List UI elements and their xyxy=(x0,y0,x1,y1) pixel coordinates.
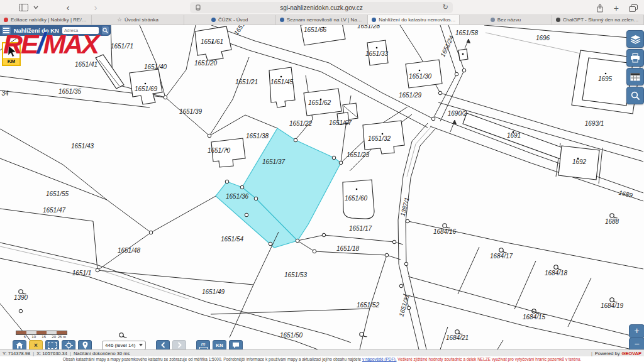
tab-bar: Editace nabídky | Nabídky | RE/MAX Česká… xyxy=(0,15,644,25)
layers-button[interactable] xyxy=(626,30,644,48)
parcel-label: 1651/45 xyxy=(270,79,294,85)
globe-favicon xyxy=(491,18,495,22)
browser-toolbar: ‹ › sgi-nahlizenidokn.cuzk.gov.cz ↻ + xyxy=(0,0,644,15)
forward-button[interactable]: › xyxy=(89,3,103,13)
home-button[interactable] xyxy=(13,340,26,350)
tab-bez-nazvu[interactable]: Bez názvu xyxy=(460,15,552,25)
parcel-label: 1684/16 xyxy=(433,228,457,235)
parcel-label: 1684/15 xyxy=(523,314,546,321)
share-icon[interactable] xyxy=(596,2,604,14)
tab-chatgpt[interactable]: ChatGPT - Slunný den na zelené zahradě xyxy=(552,15,644,25)
chevron-right-icon xyxy=(177,342,182,348)
parcel-label: 1651/40 xyxy=(144,63,167,70)
landuse-symbol xyxy=(19,290,26,294)
tab-remax-editace[interactable]: Editace nabídky | Nabídky | RE/MAX Česká… xyxy=(0,15,92,25)
landuse-symbol xyxy=(360,332,367,337)
tab-overview-icon[interactable] xyxy=(629,2,638,14)
zoom-in-button[interactable]: + xyxy=(629,324,644,338)
parcel-label: 1651/43 xyxy=(71,143,94,150)
parcel-label: 1651/36 xyxy=(226,193,249,200)
powered-by: Powered by xyxy=(595,351,620,356)
parcel-label: 1651/41 xyxy=(75,61,97,68)
bottom-toolbar: × 446 (level 14) m xyxy=(13,339,243,349)
history-forward-button[interactable] xyxy=(172,340,186,350)
load-status: Načítání dokončeno 30 ms xyxy=(74,351,130,356)
measure-icon xyxy=(199,347,208,349)
parcel-label: 1651/69 xyxy=(135,85,158,92)
geovap-brand[interactable]: GEOVAP xyxy=(621,351,641,356)
scale-bar xyxy=(16,331,67,335)
tab-cuzk-uvod[interactable]: ČÚZK - Úvod xyxy=(184,15,276,25)
browser-window: ‹ › sgi-nahlizenidokn.cuzk.gov.cz ↻ + Ed… xyxy=(0,0,644,362)
parcel-label: 1651/49 xyxy=(202,288,225,295)
clear-selection-button[interactable]: × xyxy=(29,340,43,350)
remax-pin-icon xyxy=(4,18,8,22)
parcel-label: 1690/2 xyxy=(448,110,467,117)
new-tab-button[interactable]: + xyxy=(614,2,619,14)
tab-uvodni-stranka[interactable]: ☆Úvodní stránka xyxy=(92,15,184,25)
table-icon xyxy=(630,73,640,81)
parcel-label: 1651/20 xyxy=(194,60,218,67)
disclaimer-warning: Veškeré zjištěné hodnoty souřadnic a dél… xyxy=(397,357,581,361)
parcel-label: 1651/23 xyxy=(347,151,370,158)
parcel-label: 1651/22 xyxy=(289,120,313,127)
landuse-symbol xyxy=(554,265,562,270)
parcel-label: 1651/67 xyxy=(329,119,352,126)
rect-select-icon xyxy=(48,342,57,349)
chevron-down-icon[interactable] xyxy=(33,1,38,14)
pin-button[interactable] xyxy=(78,340,92,350)
parcel-label: 1684/17 xyxy=(490,253,513,260)
parcel-label: 1651/50 xyxy=(280,332,303,339)
history-back-button[interactable] xyxy=(156,340,170,350)
locate-button[interactable] xyxy=(62,340,75,350)
magnifier-icon xyxy=(631,91,640,101)
print-icon xyxy=(630,53,640,63)
parcel-label: 1651/54 xyxy=(221,236,244,243)
feedback-button[interactable] xyxy=(229,340,243,350)
parcel-label: 1651/31 xyxy=(397,293,411,317)
rect-select-button[interactable] xyxy=(45,340,59,350)
landuse-symbol xyxy=(610,298,618,302)
map-area: 341651/411651/711651/401651/691651/35165… xyxy=(0,25,644,349)
parcel-label: 1651/60 xyxy=(345,195,368,202)
cuzk-favicon xyxy=(372,18,376,22)
measure-button[interactable]: m xyxy=(196,340,210,350)
table-button[interactable] xyxy=(626,68,644,85)
parcel-label: 1651/53 xyxy=(284,272,308,278)
crosshair-icon xyxy=(65,341,73,349)
map-canvas[interactable]: 341651/411651/711651/401651/691651/35165… xyxy=(0,25,644,349)
help-pdf-link[interactable]: v nápovědě (PDF). xyxy=(362,357,397,361)
star-icon: ☆ xyxy=(117,18,122,22)
parcel-label: 1651/30 xyxy=(409,73,432,80)
page-settings-icon[interactable] xyxy=(195,4,201,12)
zoom-out-button[interactable]: − xyxy=(629,337,644,349)
zoom-level-select[interactable]: 446 (level 14) xyxy=(102,341,146,350)
cuzk-favicon xyxy=(280,18,284,22)
home-icon xyxy=(16,342,23,349)
scale-ticks: 510152025 m xyxy=(16,335,76,339)
reload-icon[interactable]: ↻ xyxy=(443,3,448,11)
search-icon[interactable] xyxy=(102,26,109,35)
parcel-label: 1696 xyxy=(536,35,550,41)
parcel-label: 1651/1 xyxy=(72,270,92,277)
parcel-label: 1651/4 xyxy=(233,25,250,36)
sidebar-icon[interactable] xyxy=(19,1,28,14)
back-button[interactable]: ‹ xyxy=(61,3,75,13)
parcel-label: 1651/70 xyxy=(208,147,231,154)
parcel-label: 34 xyxy=(1,90,9,97)
coord-y: Y: 714378.98 xyxy=(3,351,30,356)
tab-seznam-nemovitosti[interactable]: Seznam nemovitostí na LV | Nahlížení do … xyxy=(276,15,368,25)
parcel-label: 1693/1 xyxy=(585,120,604,127)
parcel-label: 1651/18 xyxy=(336,245,360,252)
parcel-label: 1651/47 xyxy=(43,207,66,214)
kn-button[interactable]: KN xyxy=(213,340,226,350)
address-bar[interactable]: sgi-nahlizenidokn.cuzk.gov.cz ↻ xyxy=(190,2,453,13)
magnifier-button[interactable] xyxy=(626,87,644,104)
tab-nahlizeni-active[interactable]: Nahlížení do katastru nemovitostí (stand… xyxy=(368,15,460,25)
parcel-label: 1651/29 xyxy=(399,92,422,99)
parcel-label: 1651/33 xyxy=(365,50,389,57)
print-button[interactable] xyxy=(626,49,644,67)
parcel-label: 1691 xyxy=(507,132,521,139)
parcel-label: 1651/17 xyxy=(349,225,372,232)
landuse-symbol xyxy=(119,333,127,337)
